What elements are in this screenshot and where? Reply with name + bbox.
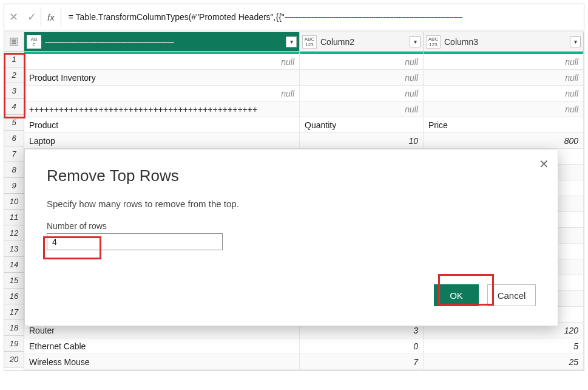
cell[interactable]: Product [24, 117, 300, 132]
formula-input[interactable]: = Table.TransformColumnTypes(#"Promoted … [61, 12, 462, 22]
cell[interactable]: 0 [300, 338, 424, 354]
cell[interactable]: ++++++++++++++++++++++++++++++++++++++++… [24, 101, 300, 117]
table-row[interactable]: ++++++++++++++++++++++++++++++++++++++++… [24, 101, 584, 117]
formula-continuation: ----------------------------------------… [285, 12, 462, 22]
filter-dropdown-icon[interactable]: ▾ [286, 36, 297, 47]
cell[interactable]: Laptop [24, 133, 300, 148]
cell[interactable]: null [24, 86, 300, 101]
cell[interactable]: 800 [424, 133, 584, 148]
column-header-1[interactable]: ABC ------------------------------------… [24, 32, 300, 51]
cell[interactable]: null [424, 86, 584, 101]
row-number[interactable]: 8 [4, 162, 24, 178]
dialog-subtitle: Specify how many rows to remove from the… [47, 199, 536, 209]
filter-dropdown-icon[interactable]: ▾ [410, 36, 421, 47]
row-number[interactable]: 5 [4, 115, 24, 131]
svg-rect-1 [12, 39, 16, 41]
filter-dropdown-icon[interactable]: ▾ [570, 36, 581, 47]
row-number[interactable]: 2 [4, 67, 24, 83]
cancel-formula-icon[interactable]: ✕ [4, 8, 22, 26]
column-header-3[interactable]: ABC123 Column3 ▾ [424, 32, 584, 51]
column-header-row: ABC ------------------------------------… [24, 32, 584, 52]
row-number[interactable]: 10 [4, 194, 24, 210]
column-label: Column2 [320, 37, 354, 47]
type-icon[interactable]: ABC123 [426, 35, 441, 49]
ok-button[interactable]: OK [434, 284, 479, 306]
number-of-rows-input[interactable] [47, 233, 223, 250]
row-number[interactable]: 15 [4, 273, 24, 289]
row-number[interactable]: 16 [4, 289, 24, 304]
remove-top-rows-dialog: ✕ Remove Top Rows Specify how many rows … [24, 149, 558, 326]
column-label: Column3 [444, 37, 478, 47]
formula-prefix: = Table.TransformColumnTypes(#"Promoted … [69, 12, 285, 22]
table-row[interactable]: nullnullnull [24, 86, 584, 101]
row-number[interactable]: 6 [4, 131, 24, 146]
row-number[interactable]: 19 [4, 336, 24, 352]
row-number[interactable]: 12 [4, 225, 24, 241]
cell[interactable]: null [300, 70, 424, 85]
cancel-button[interactable]: Cancel [487, 284, 536, 306]
cell[interactable]: Ethernet Cable [24, 338, 300, 354]
table-row[interactable]: nullnullnull [24, 54, 584, 70]
table-row[interactable]: Ethernet Cable05 [24, 338, 584, 354]
table-row[interactable]: Product Inventorynullnull [24, 70, 584, 86]
row-number[interactable]: 4 [4, 99, 24, 115]
row-number[interactable]: 1 [4, 52, 24, 67]
row-number-gutter: 1234567891011121314151617181920 [4, 32, 24, 370]
cell[interactable]: 5 [424, 338, 584, 354]
column-label: ----------------------------------------… [45, 37, 174, 47]
cell[interactable]: Price [424, 117, 584, 132]
row-number[interactable]: 18 [4, 320, 24, 336]
accept-formula-icon[interactable]: ✓ [22, 8, 41, 26]
column-header-2[interactable]: ABC123 Column2 ▾ [300, 32, 424, 51]
cell[interactable]: Wireless Mouse [24, 354, 300, 369]
row-number[interactable]: 7 [4, 146, 24, 162]
cell[interactable]: 7 [300, 354, 424, 369]
dialog-title: Remove Top Rows [47, 166, 536, 185]
field-label: Number of rows [47, 221, 536, 231]
row-number[interactable]: 20 [4, 352, 24, 368]
cell[interactable]: 10 [300, 133, 424, 148]
row-number[interactable]: 13 [4, 241, 24, 257]
cell[interactable]: Quantity [300, 117, 424, 132]
table-row[interactable]: ProductQuantityPrice [24, 117, 584, 133]
close-icon[interactable]: ✕ [539, 157, 549, 171]
cell[interactable]: null [424, 101, 584, 117]
table-row[interactable]: Laptop10800 [24, 133, 584, 149]
row-number[interactable]: 11 [4, 210, 24, 225]
select-all-corner[interactable] [4, 32, 24, 52]
cell[interactable]: null [424, 70, 584, 85]
cell[interactable]: null [300, 86, 424, 101]
table-row[interactable]: Wireless Mouse725 [24, 354, 584, 370]
row-number[interactable]: 3 [4, 83, 24, 99]
row-number[interactable]: 9 [4, 178, 24, 194]
type-icon[interactable]: ABC123 [302, 35, 317, 49]
svg-rect-3 [12, 43, 16, 44]
cell[interactable]: null [424, 54, 584, 69]
row-number[interactable]: 14 [4, 257, 24, 273]
svg-rect-2 [12, 41, 16, 43]
type-icon[interactable]: ABC [27, 35, 41, 49]
row-number[interactable]: 17 [4, 304, 24, 320]
cell[interactable]: Product Inventory [24, 70, 300, 85]
dialog-buttons: OK Cancel [47, 284, 536, 306]
cell[interactable]: 25 [424, 354, 584, 369]
cell[interactable]: null [24, 54, 300, 69]
formula-bar: ✕ ✓ fx = Table.TransformColumnTypes(#"Pr… [4, 4, 584, 30]
cell[interactable]: null [300, 54, 424, 69]
cell[interactable]: null [300, 101, 424, 117]
fx-label[interactable]: fx [41, 12, 61, 22]
